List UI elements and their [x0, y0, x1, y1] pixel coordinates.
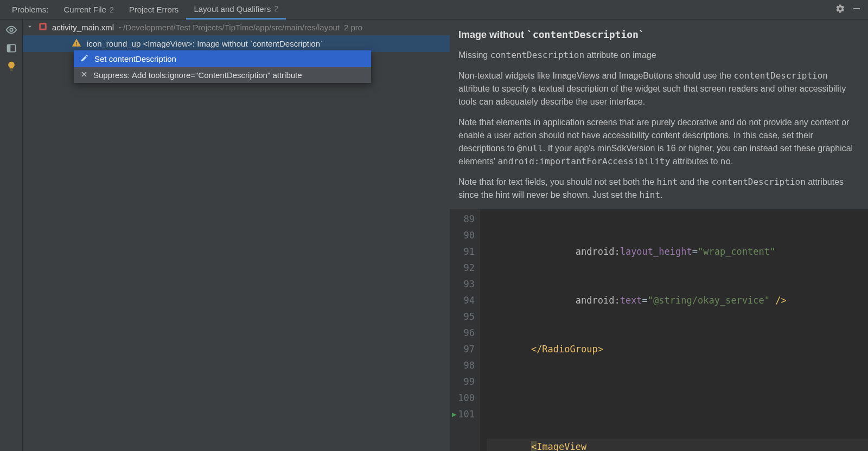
svg-rect-5: [41, 24, 45, 29]
gutter: 89 90 91 92 93 94 95 96 97 98 99 100 ▶ 1…: [450, 209, 480, 451]
doc-title: Image without `contentDescription`: [458, 27, 859, 42]
code-span: no: [720, 156, 731, 166]
documentation-panel: Image without `contentDescription` Missi…: [450, 20, 868, 209]
edit-icon: [80, 54, 89, 64]
tab-label: Layout and Qualifiers: [194, 4, 271, 14]
code-span: @null: [517, 143, 543, 153]
code-area[interactable]: android:layout_height="wrap_content" and…: [480, 209, 868, 451]
chevron-down-icon[interactable]: [26, 23, 34, 32]
doc-para: Missing contentDescription attribute on …: [458, 49, 859, 62]
code-line: <ImageView: [487, 439, 868, 451]
code-span: contentDescription: [490, 50, 584, 60]
quickfix-suppress[interactable]: Suppress: Add tools:ignore="ContentDescr…: [74, 67, 371, 83]
issue-text: icon_round_up <ImageView>: Image without…: [87, 39, 323, 48]
file-issue-count: 2 pro: [344, 23, 362, 32]
xml-file-icon: [38, 22, 48, 33]
bulb-icon[interactable]: [6, 61, 17, 73]
code-editor[interactable]: 89 90 91 92 93 94 95 96 97 98 99 100 ▶ 1…: [450, 209, 868, 451]
tab-layout-qualifiers[interactable]: Layout and Qualifiers 2: [186, 0, 286, 20]
tab-label: Project Errors: [129, 5, 179, 14]
tab-count: 2: [110, 5, 114, 14]
preview-icon[interactable]: [5, 24, 17, 37]
popup-item-label: Set contentDescription: [94, 54, 176, 63]
file-node[interactable]: activity_main.xml ~/Development/Test Pro…: [23, 20, 450, 35]
tab-project-errors[interactable]: Project Errors: [122, 0, 187, 20]
quickfix-set-contentdescription[interactable]: Set contentDescription: [74, 50, 371, 67]
svg-point-1: [10, 28, 13, 31]
problems-header: Problems: Current File 2 Project Errors …: [0, 0, 868, 20]
warning-icon: [72, 38, 81, 49]
file-name: activity_main.xml: [52, 23, 114, 32]
run-arrow-icon[interactable]: ▶: [452, 406, 456, 422]
svg-rect-3: [7, 44, 10, 51]
right-panel: Image without `contentDescription` Missi…: [450, 20, 868, 451]
code-line: android:text="@string/okay_service" />: [487, 292, 868, 308]
tab-current-file[interactable]: Current File 2: [56, 0, 122, 20]
code-line: [487, 390, 868, 406]
popup-item-label: Suppress: Add tools:ignore="ContentDescr…: [93, 70, 302, 80]
doc-para: Note that elements in application screen…: [458, 116, 859, 168]
file-path: ~/Development/Test Projects/TipTime/app/…: [118, 23, 340, 32]
code-span: contentDescription: [711, 177, 805, 187]
issues-tree: activity_main.xml ~/Development/Test Pro…: [23, 20, 450, 451]
close-icon: [80, 70, 88, 80]
code-span: android:importantForAccessibility: [497, 156, 670, 166]
code-span: contentDescription: [734, 70, 828, 81]
code-span: hint: [657, 177, 678, 187]
code-line: </RadioGroup>: [487, 341, 868, 357]
doc-para: Note that for text fields, you should no…: [458, 176, 859, 202]
gear-icon[interactable]: [835, 4, 845, 15]
code-line: android:layout_height="wrap_content": [487, 243, 868, 260]
quickfix-popup: Set contentDescription Suppress: Add too…: [74, 50, 371, 83]
doc-para: Non-textual widgets like ImageViews and …: [458, 69, 859, 108]
problems-label: Problems:: [4, 0, 56, 20]
code-span: hint: [640, 190, 661, 200]
left-tool-rail: [0, 20, 23, 451]
issue-row[interactable]: icon_round_up <ImageView>: Image without…: [23, 35, 450, 52]
code-span: `contentDescription`: [527, 29, 644, 40]
tab-label: Current File: [64, 5, 106, 14]
panel-icon[interactable]: [6, 43, 17, 55]
minimize-icon[interactable]: [852, 4, 861, 15]
tab-count: 2: [274, 4, 278, 13]
